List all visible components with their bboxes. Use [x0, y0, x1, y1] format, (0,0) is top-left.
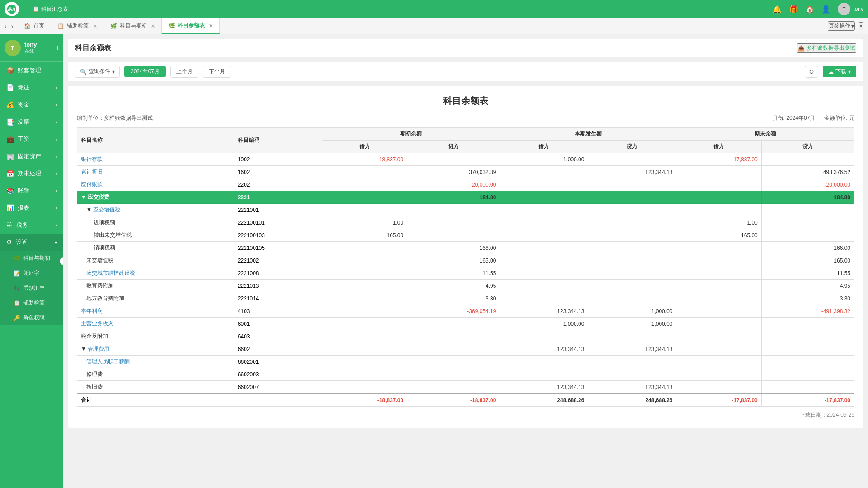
svg-text:易舟: 易舟	[8, 7, 16, 12]
row-closing-credit: 11.55	[761, 267, 854, 280]
row-current-credit	[588, 153, 676, 166]
sidebar-sub-currency[interactable]: 💱 币别汇率	[0, 281, 63, 296]
col-header-code: 科目编码	[234, 128, 322, 153]
next-month-btn[interactable]: 下个月	[203, 66, 231, 78]
row-name[interactable]: 应交城市维护建设税	[77, 267, 234, 280]
tab-auxiliary-close[interactable]: ×	[93, 23, 97, 30]
row-current-credit: 1,000.00	[588, 318, 676, 330]
row-code: 6602001	[234, 356, 322, 368]
sidebar-item-salary[interactable]: 💼 工资 ›	[0, 131, 63, 148]
tab-home[interactable]: 🏠 首页	[18, 18, 51, 34]
sidebar-item-reports[interactable]: 📊 报表 ›	[0, 199, 63, 216]
sidebar-info-icon[interactable]: ℹ	[57, 45, 59, 51]
row-code: 222100103	[234, 229, 322, 242]
row-code: 4103	[234, 305, 322, 318]
row-closing-debit	[676, 166, 761, 178]
row-name[interactable]: ▼ 应交增值税	[77, 204, 234, 216]
sidebar-item-period[interactable]: 📅 期末处理 ›	[0, 165, 63, 182]
row-name[interactable]: 累计折旧	[77, 166, 234, 178]
date-selector-btn[interactable]: 2024年07月	[124, 66, 166, 77]
tax-arrow: ›	[56, 223, 57, 228]
row-code: 2221	[234, 191, 322, 204]
row-closing-debit	[676, 381, 761, 394]
row-opening-debit	[322, 204, 407, 216]
row-opening-credit	[407, 368, 500, 381]
sidebar-item-capital[interactable]: 💰 资金 ›	[0, 96, 63, 113]
sidebar-item-tax[interactable]: 🏛 税务 ›	[0, 216, 63, 234]
tab-prev-btn[interactable]: ‹	[3, 23, 9, 30]
prev-month-btn[interactable]: 上个月	[170, 66, 198, 78]
total-closing-debit: -17,837.00	[676, 394, 761, 407]
row-code: 2221001	[234, 204, 322, 216]
home-icon[interactable]: 🏠	[805, 5, 814, 14]
row-opening-debit	[322, 254, 407, 267]
page-title: 科目余额表	[75, 43, 111, 53]
tab-balance-close[interactable]: ×	[209, 22, 213, 29]
user-icon[interactable]: 👤	[821, 5, 830, 14]
download-btn[interactable]: ☁ 下载 ▾	[823, 66, 856, 77]
tab-auxiliary[interactable]: 📋 辅助检算 ×	[51, 18, 104, 34]
tab-subjects[interactable]: 🌿 科目与期初 ×	[104, 18, 162, 34]
toolbar-right: ↻ ☁ 下载 ▾	[805, 66, 856, 78]
row-closing-debit	[676, 330, 761, 343]
sidebar-item-settings[interactable]: ⚙ 设置 ▾	[0, 234, 63, 251]
tab-balance[interactable]: 🌿 科目余额表 ×	[162, 18, 220, 34]
row-name[interactable]: 银行存款	[77, 153, 234, 166]
refresh-btn[interactable]: ↻	[805, 66, 818, 78]
tab-operations-btn[interactable]: 页签操作 ▾	[828, 21, 855, 31]
toolbar: 🔍 查询条件 ▾ 2024年07月 上个月 下个月 ↻ ☁ 下载 ▾	[68, 62, 863, 81]
sidebar-sub-role[interactable]: 🔑 角色权限	[0, 310, 63, 325]
row-current-debit	[500, 216, 588, 229]
assets-arrow: ›	[56, 154, 57, 159]
row-name[interactable]: 本年利润	[77, 305, 234, 318]
sidebar-sub-subject-init[interactable]: 🌿 科目与期初	[0, 251, 63, 266]
sidebar-item-invoice[interactable]: 📑 发票 ›	[0, 113, 63, 131]
sidebar-item-ledger[interactable]: 📚 账簿 ›	[0, 182, 63, 199]
menu-subject-summary[interactable]: 📋 科目汇总表	[33, 5, 68, 13]
tab-next-btn[interactable]: ›	[9, 23, 15, 30]
sidebar-sub-auxiliary[interactable]: 📋 辅助检算	[0, 296, 63, 310]
sidebar-item-assets[interactable]: 🏢 固定资产 ›	[0, 148, 63, 165]
download-icon: ☁	[828, 69, 834, 75]
row-opening-debit	[322, 318, 407, 330]
menu-add[interactable]: +	[75, 6, 79, 12]
sidebar-item-voucher[interactable]: 📄 凭证 ›	[0, 79, 63, 96]
row-opening-debit	[322, 305, 407, 318]
row-code: 2221002	[234, 254, 322, 267]
row-name[interactable]: ▼ 管理费用	[77, 343, 234, 356]
sidebar-sub-voucher-word[interactable]: 📝 凭证字	[0, 266, 63, 281]
row-code: 6001	[234, 318, 322, 330]
row-code: 1602	[234, 166, 322, 178]
row-opening-credit	[407, 153, 500, 166]
row-opening-credit	[407, 318, 500, 330]
row-name[interactable]: 管理人员职工薪酬	[77, 356, 234, 368]
multi-col-export-btn[interactable]: 📤 多栏账数据导出测试	[797, 43, 856, 53]
col-closing-credit: 贷方	[761, 141, 854, 153]
gift-icon[interactable]: 🎁	[789, 5, 798, 14]
row-opening-debit: 1.00	[322, 216, 407, 229]
top-bar: 易舟 📋 科目汇总表 + 🔔 🎁 🏠 👤 T tony	[0, 0, 868, 18]
bell-icon[interactable]: 🔔	[773, 5, 782, 14]
row-current-debit	[500, 356, 588, 368]
row-closing-credit	[761, 229, 854, 242]
row-opening-credit: 3.30	[407, 292, 500, 305]
row-name[interactable]: 应付账款	[77, 178, 234, 191]
voucher-arrow: ›	[56, 85, 57, 90]
tab-close-all-btn[interactable]: ×	[859, 22, 863, 30]
report-meta: 编制单位：多栏账数据导出测试 月份: 2024年07月 金额单位: 元	[77, 114, 854, 122]
tab-subjects-close[interactable]: ×	[151, 23, 155, 30]
row-closing-credit: 3.30	[761, 292, 854, 305]
user-info[interactable]: T tony	[838, 3, 863, 15]
row-name[interactable]: 主营业务收入	[77, 318, 234, 330]
row-current-credit	[588, 356, 676, 368]
row-opening-credit	[407, 343, 500, 356]
sidebar-item-accounts[interactable]: 📦 账套管理	[0, 62, 63, 79]
row-current-credit	[588, 229, 676, 242]
sidebar-avatar: T	[5, 40, 21, 56]
row-closing-debit	[676, 242, 761, 254]
search-conditions-btn[interactable]: 🔍 查询条件 ▾	[75, 66, 120, 78]
report-title: 科目余额表	[77, 95, 854, 107]
row-current-debit	[500, 254, 588, 267]
top-bar-right: 🔔 🎁 🏠 👤 T tony	[773, 3, 863, 15]
row-current-debit	[500, 292, 588, 305]
